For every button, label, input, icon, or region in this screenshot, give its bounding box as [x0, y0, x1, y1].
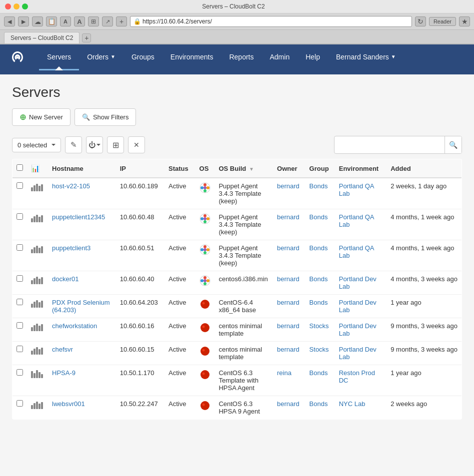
hostname-link[interactable]: puppetclient3	[52, 244, 90, 252]
selected-dropdown[interactable]: 0 selected	[12, 138, 61, 152]
group-link[interactable]: Bonds	[310, 213, 328, 221]
refresh-button[interactable]: ↻	[415, 16, 426, 26]
svg-rect-2	[34, 185, 36, 191]
row-hostname-cell: HPSA-9	[48, 365, 116, 396]
add-tab-button[interactable]: +	[116, 16, 127, 26]
group-link[interactable]: Bonds	[310, 400, 328, 408]
cloud-button[interactable]: ☁	[32, 16, 43, 26]
nav-user[interactable]: Bernard Sanders ▼	[328, 44, 404, 70]
row-checkbox[interactable]	[16, 275, 23, 282]
minimize-button[interactable]	[14, 3, 20, 9]
plus-icon: ⊕	[20, 112, 26, 122]
row-added-cell: 2 weeks ago	[386, 396, 462, 420]
browser-tab[interactable]: Servers – CloudBolt C2	[4, 32, 80, 43]
environment-link[interactable]: Portland Dev Lab	[339, 299, 376, 314]
forward-button[interactable]: ▶	[18, 16, 29, 26]
environment-link[interactable]: Portland QA Lab	[339, 244, 374, 259]
row-environment-cell: NYC Lab	[335, 396, 387, 420]
owner-link[interactable]: bernard	[277, 182, 300, 190]
table-row: puppetclient12345 10.60.60.48 Active Pup…	[12, 209, 462, 240]
group-link[interactable]: Bonds	[310, 244, 328, 252]
font-a-button[interactable]: A	[60, 16, 71, 26]
maximize-button[interactable]	[22, 3, 28, 9]
hostname-link[interactable]: lwebsvr001	[52, 400, 85, 408]
owner-link[interactable]: reina	[277, 369, 292, 377]
search-input[interactable]	[334, 138, 444, 152]
nav-reports[interactable]: Reports	[221, 44, 262, 70]
hostname-link[interactable]: chefsvr	[52, 346, 73, 353]
row-status-cell: Active	[164, 178, 196, 209]
search-button[interactable]: 🔍	[444, 136, 462, 153]
environment-link[interactable]: Portland Dev Lab	[339, 322, 376, 337]
owner-link[interactable]: bernard	[277, 213, 300, 221]
row-checkbox[interactable]	[16, 299, 23, 305]
logo[interactable]	[8, 48, 29, 66]
row-checkbox[interactable]	[16, 322, 23, 329]
svg-point-65	[202, 349, 204, 352]
hostname-link[interactable]: host-v22-105	[52, 182, 90, 190]
svg-rect-77	[41, 402, 43, 409]
row-checkbox[interactable]	[16, 213, 23, 220]
nav-admin[interactable]: Admin	[262, 44, 298, 70]
row-status-cell: Active	[164, 318, 196, 342]
row-checkbox[interactable]	[16, 182, 23, 189]
power-button[interactable]: ⏻	[86, 136, 103, 153]
environment-link[interactable]: Reston Prod DC	[339, 369, 375, 384]
nav-environments[interactable]: Environments	[162, 44, 222, 70]
bookmark-button[interactable]: ★	[459, 16, 470, 26]
hostname-link[interactable]: HPSA-9	[52, 369, 76, 377]
new-server-button[interactable]: ⊕ New Server	[12, 108, 70, 126]
row-checkbox[interactable]	[16, 346, 23, 352]
hostname-link[interactable]: puppetclient12345	[52, 213, 105, 221]
group-link[interactable]: Bonds	[310, 182, 328, 190]
select-all-checkbox[interactable]	[16, 164, 23, 171]
environment-link[interactable]: NYC Lab	[339, 400, 366, 408]
col-header-osbuild[interactable]: OS Build ▼	[214, 159, 273, 178]
hostname-link[interactable]: docker01	[52, 275, 78, 283]
owner-link[interactable]: bernard	[277, 346, 300, 353]
nav-groups[interactable]: Groups	[124, 44, 162, 70]
owner-link[interactable]: bernard	[277, 322, 300, 330]
row-checkbox[interactable]	[16, 244, 23, 251]
note-button[interactable]: 📋	[46, 16, 57, 26]
font-a2-button[interactable]: A	[74, 16, 85, 26]
group-link[interactable]: Bonds	[310, 299, 328, 306]
svg-point-19	[206, 217, 210, 220]
share-button[interactable]: ↗	[102, 16, 113, 26]
nav-orders[interactable]: Orders ▼	[79, 44, 124, 70]
environment-link[interactable]: Portland Dev Lab	[339, 346, 376, 361]
os-icon	[200, 249, 210, 257]
grid-view-button[interactable]: ⊞	[107, 136, 124, 153]
address-text: https://10.60.64.2/servers/	[142, 18, 212, 25]
environment-link[interactable]: Portland Dev Lab	[339, 275, 376, 290]
owner-link[interactable]: bernard	[277, 244, 300, 252]
col-header-hostname[interactable]: Hostname	[48, 159, 116, 178]
grid-nav-button[interactable]: ⊞	[88, 16, 99, 26]
edit-button[interactable]: ✎	[65, 136, 82, 153]
owner-link[interactable]: bernard	[277, 275, 300, 283]
address-bar[interactable]: 🔒 https://10.60.64.2/servers/	[130, 16, 412, 27]
mini-chart-icon	[31, 403, 44, 411]
row-checkbox[interactable]	[16, 369, 23, 376]
new-tab-button[interactable]: +	[82, 33, 91, 42]
group-link[interactable]: Bonds	[310, 369, 328, 377]
group-link[interactable]: Bonds	[310, 275, 328, 283]
nav-help[interactable]: Help	[298, 44, 328, 70]
group-link[interactable]: Stocks	[310, 346, 329, 353]
svg-rect-48	[38, 302, 40, 308]
svg-point-44	[204, 279, 206, 282]
group-link[interactable]: Stocks	[310, 322, 329, 330]
close-button[interactable]	[5, 3, 11, 9]
clear-button[interactable]: ✕	[128, 136, 145, 153]
hostname-link[interactable]: PDX Prod Selenium (64.203)	[52, 299, 110, 314]
hostname-link[interactable]: chefworkstation	[52, 322, 97, 330]
row-checkbox[interactable]	[16, 400, 23, 407]
back-button[interactable]: ◀	[4, 16, 15, 26]
reader-button[interactable]: Reader	[429, 17, 456, 26]
owner-link[interactable]: bernard	[277, 400, 300, 408]
environment-link[interactable]: Portland QA Lab	[339, 182, 374, 197]
nav-servers[interactable]: Servers	[39, 44, 79, 70]
show-filters-button[interactable]: 🔍 Show Filters	[74, 108, 136, 126]
owner-link[interactable]: bernard	[277, 299, 300, 306]
environment-link[interactable]: Portland QA Lab	[339, 213, 374, 228]
